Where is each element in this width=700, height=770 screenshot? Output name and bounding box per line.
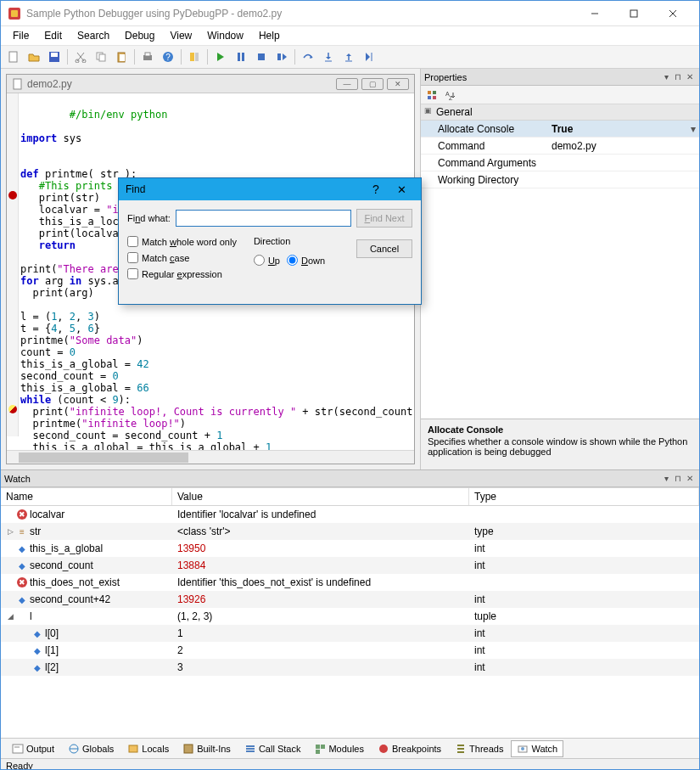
- tab-modules[interactable]: Modules: [308, 740, 370, 757]
- tab-threads[interactable]: Threads: [449, 740, 509, 757]
- locals-icon: [127, 743, 139, 755]
- watch-type: tuple: [469, 610, 699, 622]
- watch-row[interactable]: ▷≡str<class 'str'>type: [1, 523, 699, 540]
- svg-rect-32: [433, 96, 436, 99]
- properties-help: Allocate Console Specifies whether a con…: [421, 419, 699, 469]
- copy-icon[interactable]: [92, 48, 110, 66]
- expander-icon[interactable]: ▷: [6, 527, 14, 536]
- svg-rect-30: [433, 91, 436, 94]
- watch-row[interactable]: ◆l[2]3int: [1, 659, 699, 676]
- watch-body: ✖localvarIdentifier 'localvar' is undefi…: [1, 506, 699, 738]
- tab-breakpoints[interactable]: Breakpoints: [372, 740, 447, 757]
- panel-close-icon[interactable]: ✕: [684, 474, 696, 483]
- tab-built-ins[interactable]: Built-Ins: [176, 740, 237, 757]
- step-into-icon[interactable]: [319, 48, 338, 66]
- menu-help[interactable]: Help: [252, 28, 287, 43]
- variable-icon: ◆: [32, 628, 42, 638]
- breakpoint-current-icon[interactable]: [8, 405, 17, 413]
- prop-row-allocate-console[interactable]: Allocate Console True ▾: [421, 121, 699, 138]
- prop-row-command-arguments[interactable]: Command Arguments: [421, 155, 699, 171]
- open-file-icon[interactable]: [25, 48, 43, 66]
- prop-categorized-icon[interactable]: [424, 87, 440, 103]
- debug-pause-icon[interactable]: [232, 48, 250, 66]
- window-minimize-button[interactable]: [575, 2, 614, 25]
- find-cancel-button[interactable]: Cancel: [356, 239, 412, 258]
- tab-call-stack[interactable]: Call Stack: [238, 740, 307, 757]
- svg-rect-19: [190, 53, 194, 61]
- watch-value: <class 'str'>: [172, 526, 469, 537]
- debug-start-icon[interactable]: [211, 48, 230, 66]
- find-help-icon[interactable]: ?: [363, 183, 389, 196]
- menu-window[interactable]: Window: [200, 28, 250, 43]
- find-dialog-titlebar[interactable]: Find ? ✕: [119, 178, 421, 200]
- watch-col-value[interactable]: Value: [172, 488, 469, 505]
- watch-row[interactable]: ◆second_count+4213926int: [1, 591, 699, 608]
- panel-close-icon[interactable]: ✕: [684, 72, 696, 81]
- run-to-cursor-icon[interactable]: [360, 48, 378, 66]
- prop-row-working-directory[interactable]: Working Directory: [421, 171, 699, 188]
- panel-dropdown-icon[interactable]: ▾: [660, 72, 672, 81]
- watch-value: 3: [172, 661, 469, 673]
- help-icon[interactable]: ?: [159, 48, 177, 66]
- window-maximize-button[interactable]: [614, 2, 653, 25]
- variable-icon: ◆: [17, 543, 27, 554]
- watch-col-name[interactable]: Name: [1, 488, 172, 505]
- watch-row[interactable]: ◆second_count13884int: [1, 557, 699, 574]
- mdi-minimize-button[interactable]: —: [336, 78, 358, 90]
- editor-gutter[interactable]: [7, 93, 19, 436]
- paste-icon[interactable]: [112, 48, 131, 66]
- find-input[interactable]: [176, 210, 351, 227]
- direction-up-radio[interactable]: Up: [254, 255, 280, 266]
- watch-row[interactable]: ✖this_does_not_existIdentifier 'this_doe…: [1, 574, 699, 591]
- find-next-button[interactable]: Find Next: [356, 209, 412, 228]
- menu-debug[interactable]: Debug: [118, 28, 161, 43]
- window-close-button[interactable]: [653, 2, 692, 25]
- svg-rect-39: [129, 745, 137, 752]
- direction-down-radio[interactable]: Down: [287, 255, 325, 266]
- print-icon[interactable]: [138, 48, 157, 66]
- expander-icon[interactable]: ◢: [6, 612, 14, 621]
- run-toggle-icon[interactable]: [185, 48, 204, 66]
- breakpoints-icon: [378, 743, 389, 755]
- cut-icon[interactable]: [71, 48, 90, 66]
- new-file-icon[interactable]: [4, 48, 23, 66]
- dropdown-icon[interactable]: ▾: [687, 123, 699, 135]
- debug-restart-icon[interactable]: [272, 48, 291, 66]
- panel-dropdown-icon[interactable]: ▾: [660, 474, 672, 483]
- regex-checkbox[interactable]: Regular expression: [127, 268, 237, 279]
- debug-stop-icon[interactable]: [252, 48, 271, 66]
- mdi-close-button[interactable]: ✕: [387, 78, 409, 90]
- prop-category-general[interactable]: General: [421, 104, 699, 121]
- svg-rect-14: [120, 54, 125, 61]
- tab-globals[interactable]: Globals: [62, 740, 120, 757]
- watch-row[interactable]: ◆l[0]1int: [1, 625, 699, 642]
- match-case-checkbox[interactable]: Match case: [127, 252, 237, 263]
- prop-row-command[interactable]: Command demo2.py: [421, 138, 699, 155]
- watch-row[interactable]: ◢l(1, 2, 3)tuple: [1, 608, 699, 625]
- step-over-icon[interactable]: [299, 48, 317, 66]
- find-close-icon[interactable]: ✕: [389, 183, 414, 196]
- svg-rect-44: [316, 745, 320, 749]
- panel-pin-icon[interactable]: ⊓: [672, 72, 684, 81]
- save-icon[interactable]: [45, 48, 64, 66]
- watch-col-type[interactable]: Type: [469, 488, 699, 505]
- watch-row[interactable]: ✖localvarIdentifier 'localvar' is undefi…: [1, 506, 699, 523]
- panel-pin-icon[interactable]: ⊓: [672, 474, 684, 483]
- svg-rect-40: [184, 745, 193, 753]
- tab-watch[interactable]: Watch: [511, 740, 563, 757]
- watch-row[interactable]: ◆l[1]2int: [1, 642, 699, 659]
- menu-view[interactable]: View: [163, 28, 199, 43]
- menu-search[interactable]: Search: [70, 28, 116, 43]
- editor-horizontal-scrollbar[interactable]: [7, 450, 414, 464]
- watch-row[interactable]: ◆this_is_a_global13950int: [1, 540, 699, 557]
- menu-file[interactable]: File: [6, 28, 36, 43]
- watch-panel: Watch ▾ ⊓ ✕ Name Value Type ✖localvarIde…: [1, 469, 699, 738]
- tab-locals[interactable]: Locals: [121, 740, 175, 757]
- mdi-maximize-button[interactable]: ▢: [361, 78, 384, 90]
- prop-alphabetical-icon[interactable]: AZ: [442, 87, 457, 103]
- tab-output[interactable]: Output: [6, 740, 60, 757]
- match-whole-word-checkbox[interactable]: Match whole word only: [127, 236, 237, 247]
- step-out-icon[interactable]: [339, 48, 358, 66]
- breakpoint-icon[interactable]: [8, 191, 17, 200]
- menu-edit[interactable]: Edit: [37, 28, 69, 43]
